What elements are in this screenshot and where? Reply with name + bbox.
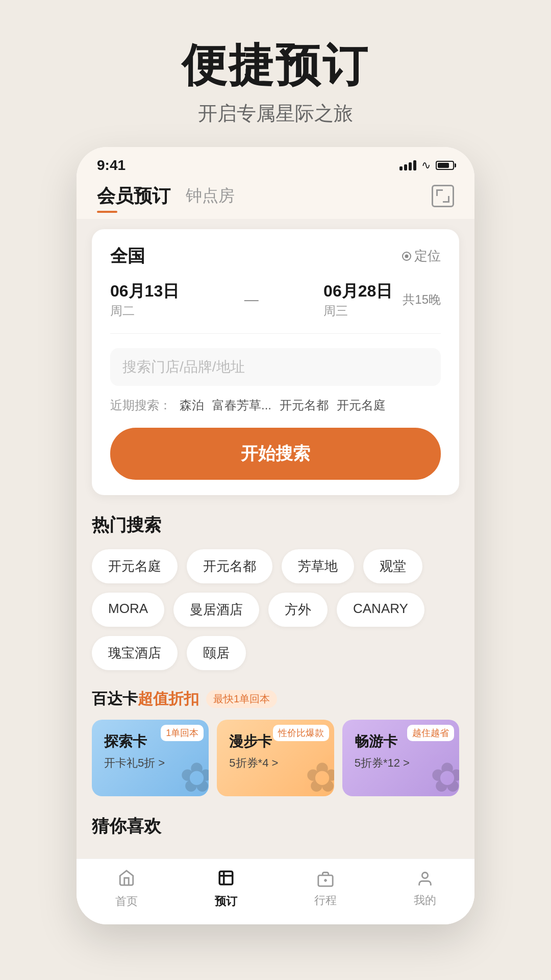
bottom-nav: 首页 预订 行程: [77, 859, 474, 924]
tag-7[interactable]: 方外: [268, 593, 328, 627]
tag-6[interactable]: 曼居酒店: [173, 593, 259, 627]
date-to-text: 06月28日: [323, 280, 392, 303]
date-to-day: 周三: [323, 303, 392, 319]
tag-1[interactable]: 开元名庭: [92, 549, 178, 583]
recent-item-2[interactable]: 富春芳草...: [212, 397, 271, 413]
recent-item-1[interactable]: 森泊: [180, 397, 204, 413]
svg-rect-0: [219, 871, 233, 885]
tag-4[interactable]: 观堂: [363, 549, 422, 583]
tag-9[interactable]: 瑰宝酒店: [92, 636, 178, 670]
card-label-3: 越住越省: [407, 725, 454, 741]
search-input-area[interactable]: 搜索门店/品牌/地址: [110, 348, 441, 386]
date-arrow: —: [189, 291, 313, 308]
battery-icon: [436, 161, 454, 170]
tag-2[interactable]: 开元名都: [187, 549, 272, 583]
status-icons: ∿: [399, 159, 454, 172]
bada-title: 百达卡超值折扣: [92, 689, 199, 709]
hero-section: 便捷预订 开启专属星际之旅: [182, 0, 369, 147]
svg-point-6: [422, 872, 428, 878]
guess-section: 猜你喜欢: [92, 815, 459, 838]
recent-item-4[interactable]: 开元名庭: [337, 397, 386, 413]
tag-3[interactable]: 芳草地: [282, 549, 354, 583]
bada-header: 百达卡超值折扣 最快1单回本: [92, 689, 459, 709]
tab-hourly-room[interactable]: 钟点房: [186, 185, 235, 207]
recent-item-3[interactable]: 开元名都: [280, 397, 329, 413]
hot-search-tags: 开元名庭 开元名都 芳草地 观堂 MORA 曼居酒店 方外 CANARY 瑰宝酒…: [92, 549, 459, 670]
nav-item-home[interactable]: 首页: [115, 869, 138, 909]
status-time: 9:41: [97, 157, 126, 174]
bada-highlight: 超值折扣: [138, 690, 199, 707]
card-label-1: 1单回本: [161, 725, 204, 741]
card-deco-2: ✿: [305, 754, 334, 796]
nav-label-booking: 预订: [215, 894, 237, 909]
bada-card-travel[interactable]: 越住越省 畅游卡 5折券*12 > ✿: [342, 720, 459, 796]
phone-mockup: 9:41 ∿ 会员预订 钟点房 全国: [77, 147, 474, 924]
status-bar: 9:41 ∿: [77, 147, 474, 179]
guess-title: 猜你喜欢: [92, 815, 459, 838]
search-card: 全国 定位 06月13日 周二 — 06月28日 周三 共15晚: [92, 229, 459, 495]
bada-card-stroll[interactable]: 性价比爆款 漫步卡 5折券*4 > ✿: [217, 720, 334, 796]
location-label: 定位: [414, 247, 441, 265]
card-deco-1: ✿: [180, 754, 209, 796]
search-button[interactable]: 开始搜索: [110, 428, 441, 480]
wifi-icon: ∿: [421, 159, 431, 172]
recent-search-row: 近期搜索： 森泊 富春芳草... 开元名都 开元名庭: [110, 397, 441, 413]
header-tabs: 会员预订 钟点房: [97, 184, 235, 209]
card-deco-3: ✿: [430, 754, 459, 796]
signal-icon: [399, 160, 416, 170]
recent-label: 近期搜索：: [110, 397, 171, 413]
nav-label-trip: 行程: [314, 893, 337, 908]
date-from-day: 周二: [110, 303, 179, 319]
nav-label-home: 首页: [115, 894, 138, 909]
app-header: 会员预订 钟点房: [77, 179, 474, 219]
home-icon: [118, 869, 135, 891]
location-dot-icon: [402, 252, 411, 261]
scan-icon[interactable]: [432, 185, 454, 207]
bada-badge: 最快1单回本: [206, 690, 277, 708]
hot-search-section: 热门搜索 开元名庭 开元名都 芳草地 观堂 MORA 曼居酒店 方外 CANAR…: [92, 513, 459, 670]
hero-title: 便捷预订: [182, 41, 369, 90]
bada-section: 百达卡超值折扣 最快1单回本 1单回本 探索卡 开卡礼5折 > ✿ 性价比爆款 …: [92, 689, 459, 796]
bada-cards: 1单回本 探索卡 开卡礼5折 > ✿ 性价比爆款 漫步卡 5折券*4 > ✿ 越…: [92, 720, 459, 796]
tag-10[interactable]: 颐居: [187, 636, 246, 670]
tag-5[interactable]: MORA: [92, 593, 164, 627]
date-from: 06月13日 周二: [110, 280, 179, 319]
app-body: 全国 定位 06月13日 周二 — 06月28日 周三 共15晚: [77, 219, 474, 859]
date-to: 06月28日 周三: [323, 280, 392, 319]
search-placeholder: 搜索门店/品牌/地址: [122, 359, 245, 375]
location-row: 全国 定位: [110, 244, 441, 268]
card-label-2: 性价比爆款: [273, 725, 329, 741]
profile-icon: [416, 870, 434, 890]
tag-8[interactable]: CANARY: [337, 593, 424, 627]
nav-item-trip[interactable]: 行程: [314, 870, 337, 908]
hero-subtitle: 开启专属星际之旅: [182, 101, 369, 127]
hot-search-title: 热门搜索: [92, 513, 459, 537]
trip-icon: [317, 870, 334, 890]
nav-item-profile[interactable]: 我的: [414, 870, 436, 908]
location-button[interactable]: 定位: [402, 247, 441, 265]
nav-label-profile: 我的: [414, 893, 436, 908]
tab-member-booking[interactable]: 会员预订: [97, 184, 170, 209]
date-row[interactable]: 06月13日 周二 — 06月28日 周三 共15晚: [110, 280, 441, 334]
bada-card-explore[interactable]: 1单回本 探索卡 开卡礼5折 > ✿: [92, 720, 209, 796]
booking-icon: [217, 869, 235, 891]
nav-item-booking[interactable]: 预订: [215, 869, 237, 909]
nights-text: 共15晚: [403, 291, 441, 308]
location-text: 全国: [110, 244, 145, 268]
date-from-text: 06月13日: [110, 280, 179, 303]
